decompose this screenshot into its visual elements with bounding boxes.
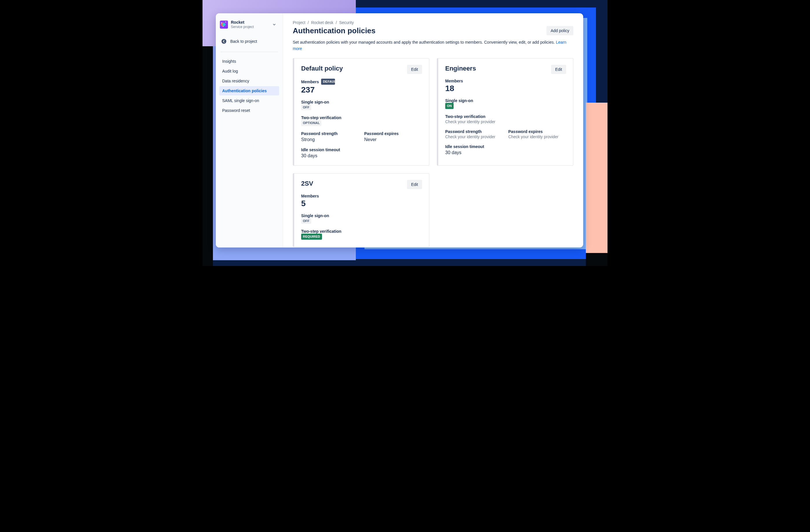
members-label: Members xyxy=(301,80,319,84)
policy-card-engineers: Engineers Edit Members 18 Single sign-on… xyxy=(437,58,573,166)
sso-badge: ON xyxy=(445,103,454,109)
add-policy-button[interactable]: Add policy xyxy=(547,26,573,35)
back-label: Back to project xyxy=(230,39,257,44)
sidebar-item-insights[interactable]: Insights xyxy=(219,57,279,66)
app-window: Rocket Service project Back to project I… xyxy=(216,13,583,248)
twosv-note: Check your identity provider xyxy=(445,119,566,124)
pw-strength-label: Password strength xyxy=(445,129,503,134)
policy-title: 2SV xyxy=(301,180,313,187)
idle-value: 30 days xyxy=(301,153,422,159)
twosv-badge: OPTIONAL xyxy=(301,120,321,126)
sidebar-item-saml-sso[interactable]: SAML single sign-on xyxy=(219,96,279,105)
members-count: 237 xyxy=(301,85,422,95)
arrow-left-circle-icon xyxy=(221,38,227,44)
sso-badge: OFF xyxy=(301,218,311,224)
policy-card-default: Default policy Edit Members DEFAULT 237 … xyxy=(293,58,429,166)
twosv-badge: REQUIRED xyxy=(301,234,322,240)
back-to-project-link[interactable]: Back to project xyxy=(219,36,279,47)
idle-label: Idle session timeout xyxy=(445,144,566,149)
sidebar-item-audit-log[interactable]: Audit log xyxy=(219,67,279,76)
members-count: 5 xyxy=(301,199,422,208)
policy-card-grid: Default policy Edit Members DEFAULT 237 … xyxy=(293,58,573,247)
sidebar-item-authentication-policies[interactable]: Authentication policies xyxy=(219,86,279,95)
pw-expires-note: Check your identity provider xyxy=(508,134,566,139)
idle-label: Idle session timeout xyxy=(301,148,422,152)
twosv-label: Two-step verification xyxy=(301,115,422,120)
sso-badge: OFF xyxy=(301,104,311,111)
policy-title: Default policy xyxy=(301,65,343,72)
members-count: 18 xyxy=(445,84,566,93)
chevron-down-icon xyxy=(272,22,276,27)
sso-label: Single sign-on xyxy=(301,100,422,104)
sidebar-nav: Insights Audit log Data residency Authen… xyxy=(219,57,279,115)
policy-card-2sv: 2SV Edit Members 5 Single sign-on OFF Tw… xyxy=(293,173,429,247)
policy-title: Engineers xyxy=(445,65,476,72)
rocket-icon xyxy=(220,20,228,29)
edit-policy-button[interactable]: Edit xyxy=(407,180,422,189)
breadcrumb: Project / Rocket desk / Security xyxy=(293,20,573,25)
project-meta: Rocket Service project xyxy=(231,20,269,29)
pw-strength-value: Strong xyxy=(301,137,359,142)
sso-label: Single sign-on xyxy=(301,213,422,218)
breadcrumb-rocket-desk[interactable]: Rocket desk xyxy=(311,20,333,25)
breadcrumb-security[interactable]: Security xyxy=(339,20,354,25)
page-title: Authentication policies xyxy=(293,26,375,35)
members-label: Members xyxy=(301,194,319,198)
pw-expires-value: Never xyxy=(364,137,422,142)
sidebar-item-data-residency[interactable]: Data residency xyxy=(219,76,279,86)
idle-value: 30 days xyxy=(445,150,566,155)
project-switcher[interactable]: Rocket Service project xyxy=(219,20,279,32)
sidebar-divider xyxy=(221,52,278,52)
members-label: Members xyxy=(445,79,463,83)
project-type: Service project xyxy=(231,25,269,29)
svg-point-0 xyxy=(222,39,227,44)
project-name: Rocket xyxy=(231,20,269,24)
pw-expires-label: Password expires xyxy=(364,131,422,136)
pw-strength-note: Check your identity provider xyxy=(445,134,503,139)
default-badge: DEFAULT xyxy=(321,79,335,85)
breadcrumb-project[interactable]: Project xyxy=(293,20,306,25)
sidebar: Rocket Service project Back to project I… xyxy=(216,13,283,248)
edit-policy-button[interactable]: Edit xyxy=(407,65,422,74)
pw-expires-label: Password expires xyxy=(508,129,566,134)
sidebar-item-password-reset[interactable]: Password reset xyxy=(219,106,279,115)
twosv-label: Two-step verification xyxy=(301,229,422,234)
main-content: Project / Rocket desk / Security Authent… xyxy=(283,13,583,248)
edit-policy-button[interactable]: Edit xyxy=(551,65,566,74)
sso-label: Single sign-on xyxy=(445,98,566,103)
page-description: Set authentication policies with your ma… xyxy=(293,39,570,52)
twosv-label: Two-step verification xyxy=(445,114,566,119)
pw-strength-label: Password strength xyxy=(301,131,359,136)
